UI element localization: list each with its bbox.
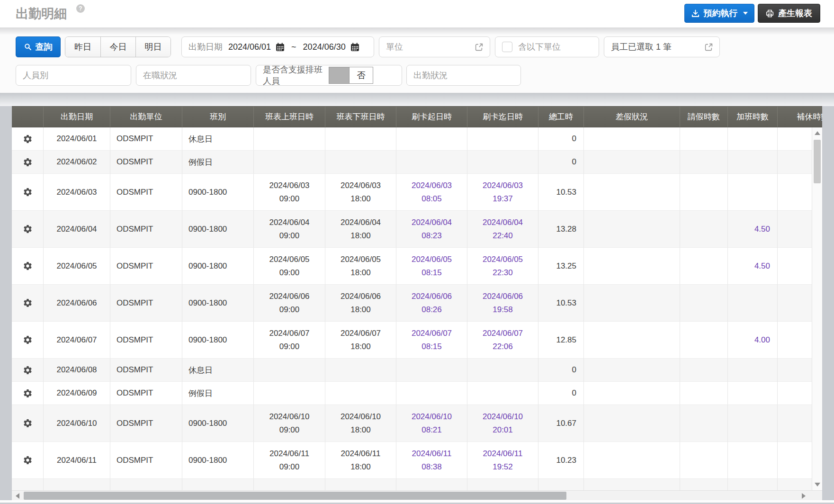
overtime-hours-link[interactable]: [728, 174, 778, 211]
scroll-down-arrow-icon[interactable]: [815, 483, 820, 486]
gear-icon[interactable]: [23, 388, 33, 398]
card-swipe-in-link[interactable]: 2024/06/0608:26: [396, 285, 467, 322]
gear-icon[interactable]: [23, 335, 33, 345]
external-link-icon[interactable]: [705, 43, 713, 51]
scroll-up-arrow-icon[interactable]: [815, 131, 820, 135]
row-settings-cell[interactable]: [12, 405, 44, 442]
attendance-unit-cell: ODSMPIT: [110, 382, 182, 405]
employee-selected-field[interactable]: 員工已選取 1 筆: [604, 36, 720, 57]
overtime-hours-link[interactable]: 4.50: [728, 211, 778, 248]
gear-icon[interactable]: [23, 261, 33, 271]
card-swipe-in-link[interactable]: 2024/06/0508:15: [396, 248, 467, 285]
gear-icon[interactable]: [23, 157, 33, 167]
gear-icon[interactable]: [23, 298, 33, 308]
attendance-status-field[interactable]: 出勤狀況: [406, 65, 521, 86]
include-subunits-field[interactable]: 含以下單位: [495, 36, 599, 57]
card-swipe-in-link[interactable]: 2024/06/1008:21: [396, 405, 467, 442]
column-header: 出勤單位: [110, 107, 182, 127]
tomorrow-button[interactable]: 明日: [135, 37, 170, 57]
card-swipe-out-link[interactable]: 2024/06/1020:01: [467, 405, 538, 442]
row-settings-cell[interactable]: [12, 359, 44, 382]
overtime-hours-link[interactable]: [728, 151, 778, 174]
horizontal-scrollbar-thumb[interactable]: [24, 492, 566, 500]
gear-icon[interactable]: [23, 224, 33, 234]
card-swipe-out-link[interactable]: 2024/06/12: [467, 479, 538, 490]
calendar-icon[interactable]: [276, 43, 285, 52]
row-settings-cell[interactable]: [12, 382, 44, 405]
row-settings-cell[interactable]: [12, 322, 44, 359]
vertical-scrollbar[interactable]: [812, 127, 822, 490]
overtime-hours-link[interactable]: 4.00: [728, 322, 778, 359]
card-swipe-out-link[interactable]: 2024/06/0422:40: [467, 211, 538, 248]
card-swipe-in-link[interactable]: [396, 359, 467, 382]
generate-report-button[interactable]: 產生報表: [758, 4, 820, 23]
card-swipe-out-link[interactable]: 2024/06/0619:58: [467, 285, 538, 322]
overtime-hours-link[interactable]: [728, 405, 778, 442]
card-swipe-out-link[interactable]: 2024/06/0722:06: [467, 322, 538, 359]
row-settings-cell[interactable]: [12, 442, 44, 479]
today-button[interactable]: 今日: [100, 37, 135, 57]
include-subunits-label: 含以下單位: [518, 41, 561, 53]
attendance-date-range-field[interactable]: 出勤日期 2024/06/01 ~ 2024/06/30: [181, 36, 374, 57]
gear-icon[interactable]: [23, 134, 33, 144]
yesterday-button[interactable]: 昨日: [65, 37, 100, 57]
horizontal-scrollbar[interactable]: [12, 490, 822, 500]
scroll-right-arrow-icon[interactable]: [802, 493, 806, 499]
vertical-scrollbar-thumb[interactable]: [814, 140, 821, 183]
card-swipe-out-link[interactable]: [467, 127, 538, 151]
toggle-knob[interactable]: [329, 67, 349, 83]
card-swipe-out-link[interactable]: [467, 382, 538, 405]
card-swipe-out-link[interactable]: 2024/06/0319:37: [467, 174, 538, 211]
personnel-type-field[interactable]: 人員別: [16, 65, 131, 86]
support-shift-toggle[interactable]: 否: [329, 67, 373, 84]
card-swipe-out-link[interactable]: [467, 151, 538, 174]
employment-status-field[interactable]: 在職狀況: [136, 65, 251, 86]
date-from-value[interactable]: 2024/06/01: [228, 42, 271, 52]
overtime-hours-link[interactable]: [728, 285, 778, 322]
table-row: 2024/06/01 ODSMPIT 休息日 0: [12, 127, 822, 151]
overtime-hours-link[interactable]: [728, 127, 778, 151]
gear-icon[interactable]: [23, 187, 33, 197]
row-settings-cell[interactable]: [12, 211, 44, 248]
row-settings-cell[interactable]: [12, 151, 44, 174]
gear-icon[interactable]: [23, 455, 33, 465]
card-swipe-in-link[interactable]: 2024/06/0408:23: [396, 211, 467, 248]
overtime-hours-link[interactable]: [728, 359, 778, 382]
scheduled-clock-in-cell: 2024/06/0709:00: [254, 322, 325, 359]
card-swipe-out-link[interactable]: 2024/06/1119:52: [467, 442, 538, 479]
card-swipe-in-link[interactable]: 2024/06/0708:15: [396, 322, 467, 359]
unit-field[interactable]: 單位: [379, 36, 490, 57]
card-swipe-out-link[interactable]: 2024/06/0522:30: [467, 248, 538, 285]
row-settings-cell[interactable]: [12, 248, 44, 285]
schedule-run-button[interactable]: 預約執行: [684, 4, 754, 23]
row-settings-cell[interactable]: [12, 127, 44, 151]
total-hours-cell: 10.53: [538, 174, 584, 211]
total-hours-cell: [538, 479, 584, 490]
card-swipe-in-link[interactable]: 2024/06/12: [396, 479, 467, 490]
date-to-value[interactable]: 2024/06/30: [303, 42, 346, 52]
card-swipe-in-link[interactable]: [396, 382, 467, 405]
attendance-date-cell: 2024/06/08: [44, 359, 110, 382]
attendance-table: 出勤日期出勤單位班別班表上班日時班表下班日時刷卡起日時刷卡迄日時總工時差假狀況請…: [12, 106, 822, 490]
row-settings-cell[interactable]: [12, 479, 44, 490]
card-swipe-out-link[interactable]: [467, 359, 538, 382]
scroll-left-arrow-icon[interactable]: [16, 493, 19, 499]
card-swipe-in-link[interactable]: 2024/06/1108:38: [396, 442, 467, 479]
row-settings-cell[interactable]: [12, 285, 44, 322]
overtime-hours-link[interactable]: [728, 479, 778, 490]
card-swipe-in-link[interactable]: [396, 127, 467, 151]
help-icon[interactable]: ?: [76, 4, 85, 13]
calendar-icon[interactable]: [350, 43, 359, 52]
search-button[interactable]: 查詢: [16, 36, 61, 57]
gear-icon[interactable]: [23, 365, 33, 375]
overtime-hours-link[interactable]: 4.50: [728, 248, 778, 285]
card-swipe-in-link[interactable]: [396, 151, 467, 174]
card-swipe-in-link[interactable]: 2024/06/0308:05: [396, 174, 467, 211]
external-link-icon[interactable]: [475, 43, 483, 51]
row-settings-cell[interactable]: [12, 174, 44, 211]
table-body: 2024/06/01 ODSMPIT 休息日 0 2024/06/02 ODSM…: [12, 127, 822, 490]
gear-icon[interactable]: [23, 418, 33, 428]
overtime-hours-link[interactable]: [728, 442, 778, 479]
overtime-hours-link[interactable]: [728, 382, 778, 405]
include-subunits-checkbox[interactable]: [502, 42, 512, 52]
